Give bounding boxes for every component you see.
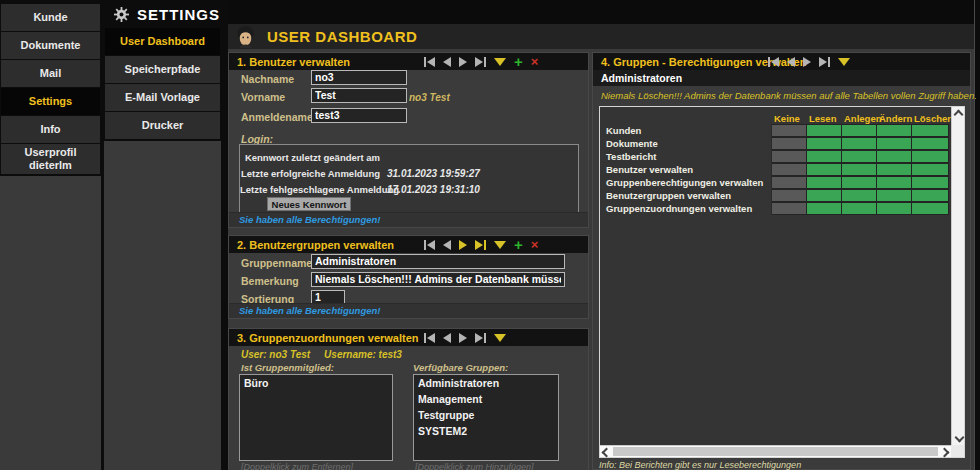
list-item[interactable]: Büro — [240, 375, 392, 391]
filter-dropdown-icon[interactable] — [494, 334, 506, 342]
available-listbox[interactable]: AdministratorenManagementTestgruppeSYSTE… — [413, 374, 559, 461]
last-fail-value: 17.01.2023 19:31:10 — [387, 184, 480, 195]
section1-header: 1. Benutzer verwalten + × — [229, 53, 588, 70]
settings-nav-item-drucker[interactable]: Drucker — [105, 112, 220, 139]
permission-cell-granted[interactable] — [807, 150, 842, 163]
nav-last-icon[interactable] — [475, 57, 486, 67]
nav-first-icon[interactable] — [424, 240, 435, 250]
nav-next-icon[interactable] — [459, 333, 467, 343]
permission-cell-granted[interactable] — [912, 163, 949, 176]
list-item[interactable]: SYSTEM2 — [414, 423, 558, 439]
permission-cell-none[interactable] — [772, 176, 807, 189]
permission-cell-none[interactable] — [772, 150, 807, 163]
scroll-down-icon[interactable] — [955, 433, 965, 443]
table-row: Testbericht — [600, 150, 951, 163]
nav-previous-icon[interactable] — [443, 57, 451, 67]
permission-cell-none[interactable] — [772, 163, 807, 176]
permission-cell-granted[interactable] — [912, 150, 949, 163]
bemerkung-field[interactable] — [311, 272, 565, 287]
permission-cell-granted[interactable] — [807, 189, 842, 202]
nav-first-icon[interactable] — [768, 57, 779, 67]
sidebar: KundeDokumenteMailSettingsInfoUserprofil… — [0, 0, 101, 470]
permission-cell-granted[interactable] — [912, 202, 949, 215]
sidebar-item-dokumente[interactable]: Dokumente — [1, 32, 100, 59]
nav-last-icon[interactable] — [475, 333, 486, 343]
permission-cell-granted[interactable] — [842, 189, 877, 202]
permission-cell-granted[interactable] — [842, 176, 877, 189]
anmeldename-field[interactable] — [311, 108, 407, 123]
permission-cell-granted[interactable] — [877, 189, 912, 202]
column-header: Keine — [772, 113, 807, 124]
permission-cell-none[interactable] — [772, 124, 807, 137]
permission-cell-none[interactable] — [772, 137, 807, 150]
section1-status: Sie haben alle Berechtigungen! — [229, 212, 588, 227]
sidebar-item-mail[interactable]: Mail — [1, 60, 100, 87]
scroll-right-icon[interactable] — [940, 448, 950, 458]
nav-next-icon[interactable] — [459, 240, 467, 250]
nav-next-icon[interactable] — [459, 57, 467, 67]
permission-cell-granted[interactable] — [877, 150, 912, 163]
scrollbar-thumb[interactable] — [613, 447, 938, 456]
permission-cell-granted[interactable] — [912, 124, 949, 137]
settings-nav-item-speicherpfade[interactable]: Speicherpfade — [105, 56, 220, 83]
settings-nav-item-e-mail-vorlage[interactable]: E-Mail Vorlage — [105, 84, 220, 111]
permission-cell-granted[interactable] — [912, 137, 949, 150]
permission-cell-granted[interactable] — [842, 202, 877, 215]
scroll-left-icon[interactable] — [602, 448, 612, 458]
permission-cell-granted[interactable] — [842, 124, 877, 137]
permission-cell-granted[interactable] — [912, 176, 949, 189]
nav-next-icon[interactable] — [803, 57, 811, 67]
nav-last-icon[interactable] — [819, 57, 830, 67]
nav-last-icon[interactable] — [475, 240, 486, 250]
nav-previous-icon[interactable] — [787, 57, 795, 67]
gruppenname-field[interactable] — [311, 254, 565, 269]
permission-cell-granted[interactable] — [877, 137, 912, 150]
filter-dropdown-icon[interactable] — [494, 58, 506, 66]
scroll-up-icon[interactable] — [953, 110, 963, 120]
permission-cell-granted[interactable] — [842, 137, 877, 150]
nav-first-icon[interactable] — [424, 333, 435, 343]
permission-cell-granted[interactable] — [807, 124, 842, 137]
nav-first-icon[interactable] — [424, 57, 435, 67]
vertical-scrollbar[interactable] — [951, 107, 964, 445]
permission-cell-granted[interactable] — [877, 163, 912, 176]
vorname-field[interactable] — [311, 88, 407, 103]
sidebar-item-settings[interactable]: Settings — [1, 88, 100, 115]
filter-dropdown-icon[interactable] — [494, 241, 506, 249]
add-record-icon[interactable]: + — [514, 57, 523, 67]
user-avatar-icon — [235, 25, 256, 48]
permission-cell-granted[interactable] — [807, 202, 842, 215]
permission-cell-granted[interactable] — [877, 124, 912, 137]
nav-previous-icon[interactable] — [443, 240, 451, 250]
permission-cell-none[interactable] — [772, 202, 807, 215]
new-password-button[interactable]: Neues Kennwort — [267, 197, 351, 211]
delete-record-icon[interactable]: × — [531, 240, 539, 250]
permission-cell-granted[interactable] — [877, 176, 912, 189]
settings-nav-items: User DashboardSpeicherpfadeE-Mail Vorlag… — [105, 28, 220, 139]
sidebar-item-kunde[interactable]: Kunde — [1, 4, 100, 31]
list-item[interactable]: Management — [414, 391, 558, 407]
horizontal-scrollbar[interactable] — [600, 445, 951, 457]
fullname-hint: no3 Test — [409, 92, 450, 103]
sidebar-item-info[interactable]: Info — [1, 116, 100, 143]
settings-nav-item-user-dashboard[interactable]: User Dashboard — [105, 28, 220, 55]
current-user-line: User: no3 Test Username: test3 — [241, 349, 402, 360]
permission-cell-granted[interactable] — [807, 137, 842, 150]
permission-cell-granted[interactable] — [877, 202, 912, 215]
add-record-icon[interactable]: + — [514, 240, 523, 250]
nachname-field[interactable] — [311, 70, 407, 85]
list-item[interactable]: Testgruppe — [414, 407, 558, 423]
permission-cell-granted[interactable] — [807, 163, 842, 176]
sidebar-item-userprofil-dieterlm[interactable]: Userprofil dieterlm — [1, 144, 100, 174]
permissions-columns: Keine Lesen Anlegen Ändern Löschen — [600, 107, 949, 124]
permission-cell-granted[interactable] — [912, 189, 949, 202]
permission-cell-granted[interactable] — [807, 176, 842, 189]
nav-previous-icon[interactable] — [443, 333, 451, 343]
permission-cell-granted[interactable] — [842, 163, 877, 176]
member-listbox[interactable]: Büro — [239, 374, 393, 461]
filter-dropdown-icon[interactable] — [838, 58, 850, 66]
delete-record-icon[interactable]: × — [531, 57, 539, 67]
list-item[interactable]: Administratoren — [414, 375, 558, 391]
permission-cell-none[interactable] — [772, 189, 807, 202]
permission-cell-granted[interactable] — [842, 150, 877, 163]
